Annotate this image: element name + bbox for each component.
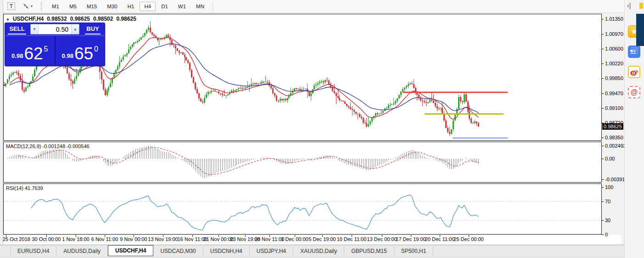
sell-price-big: 62 [24, 46, 43, 62]
timeframe-d1[interactable]: D1 [157, 2, 173, 11]
volume-decrease-button[interactable]: ▼ [31, 24, 39, 34]
rsi-axis-label: 30 [605, 218, 610, 223]
price-axis-label-tick [602, 93, 604, 94]
sell-button[interactable]: SELL [5, 24, 29, 34]
trade-panel-header: SELL ▼ ▲ BUY [5, 23, 105, 35]
mail-at-icon[interactable]: @ [628, 86, 640, 98]
ohlc-close: 0.98625 [116, 16, 136, 22]
timeframe-h1[interactable]: H1 [123, 2, 139, 11]
trade-panel-prices: 0.98 62 5 0.98 65 0 [5, 35, 105, 66]
tab-usdcnh-h4[interactable]: USDCNH,H4 [203, 247, 250, 256]
timeframe-w1[interactable]: W1 [174, 2, 190, 11]
timeframe-toolbar: M1M5M15M30H1H4D1W1MN [47, 2, 209, 11]
weibo-eye-glyph-icon [629, 67, 639, 77]
ohlc-high: 0.98625 [70, 16, 90, 22]
price-axis[interactable]: 1.013501.009701.006001.002200.998500.994… [602, 0, 624, 258]
rsi-axis-label-tick [602, 187, 604, 188]
text-tool-icon: T [7, 2, 15, 10]
price-axis-label: 1.00220 [605, 61, 623, 66]
time-axis-label: 25 Dec 00:00 [454, 236, 483, 242]
buy-price-big: 65 [74, 46, 93, 62]
sell-button-label: SELL [8, 25, 26, 34]
timeframe-m15[interactable]: M15 [82, 2, 101, 11]
price-axis-label: 0.98350 [605, 135, 623, 140]
rsi-axis-label: 70 [605, 199, 610, 204]
tab-eurusd-h4[interactable]: EURUSD,H4 [10, 247, 56, 256]
dropdown-caret-icon: ▾ [31, 4, 33, 8]
macd-indicator-pane[interactable] [3, 142, 602, 183]
one-click-trading-panel: SELL ▼ ▲ BUY 0.98 62 5 0.98 65 0 [5, 23, 105, 66]
time-axis-label: 1 Nov 18:00 [62, 236, 89, 242]
buy-price-prefix: 0.98 [62, 52, 73, 59]
news-icon[interactable] [628, 46, 640, 58]
text-label-tool-button[interactable]: T [6, 2, 17, 11]
toolbar-separator [213, 1, 213, 11]
time-axis-label: 13 Nov 19:00 [148, 236, 178, 242]
price-axis-label: 0.99100 [605, 105, 623, 111]
status-strip [0, 256, 644, 258]
rsi-label: RSI(14) 41.7639 [6, 185, 43, 191]
macd-label: MACD(12,26,9) -0.001248 -0.000546 [6, 143, 90, 149]
time-axis-label: 20 Dec 11:00 [425, 236, 455, 242]
sell-price-prefix: 0.98 [11, 52, 23, 59]
tab-usdchf-h4[interactable]: USDCHF,H4 [108, 245, 153, 256]
chart-title: ▲ USDCHF,H4 0.98532 0.98625 0.98502 0.98… [6, 16, 136, 22]
macd-axis-label: 0.002492 [605, 143, 626, 149]
time-axis-label: 5 Dec 19:00 [308, 236, 336, 242]
weibo-icon[interactable] [628, 66, 640, 78]
rsi-axis-label-tick [602, 201, 604, 202]
chart-symbol-label: USDCHF,H4 [13, 16, 44, 22]
time-axis-label: 10 Dec 11:00 [337, 236, 367, 242]
time-axis-label: 25 Oct 2018 [3, 236, 30, 242]
rsi-axis-label: 0 [605, 232, 608, 237]
volume-increase-button[interactable]: ▲ [71, 24, 79, 34]
macd-axis-label: 0.00 [605, 156, 615, 161]
timeframe-h4[interactable]: H4 [140, 2, 156, 11]
tab-audusd-daily[interactable]: AUDUSD,Daily [56, 247, 108, 256]
time-axis-label: 9 Nov 00:00 [120, 236, 147, 242]
buy-button[interactable]: BUY [81, 24, 105, 34]
time-axis-label: 1 Dec 00:00 [281, 236, 308, 242]
tab-usdcad-m30[interactable]: USDCAD,M30 [153, 247, 203, 256]
rsi-indicator-pane[interactable] [3, 183, 602, 235]
collapse-marker-icon[interactable]: ▲ [6, 17, 10, 21]
chart-tab-bar: EURUSD,H4AUDUSD,DailyUSDCHF,H4USDCAD,M30… [0, 245, 624, 256]
price-axis-label-tick [602, 19, 604, 19]
rsi-axis-label: 100 [605, 184, 613, 190]
time-axis-label: 16 Nov 11:00 [178, 236, 207, 242]
price-axis-label: 1.01350 [605, 16, 623, 22]
price-axis-label-tick [602, 49, 604, 49]
time-axis-label: 21 Nov 00:00 [203, 236, 233, 242]
tab-sp500-h1[interactable]: SP500,H1 [394, 247, 434, 256]
background-window-icon-sliver [639, 3, 643, 9]
cursor-arrows-icon [22, 3, 29, 10]
ohlc-low: 0.98502 [93, 16, 113, 22]
time-axis-label: 6 Nov 11:00 [91, 236, 118, 242]
window-left-edge [0, 0, 3, 258]
tab-gbpusd-m15[interactable]: GBPUSD,M15 [344, 247, 394, 256]
top-toolbar: T ▾ M1M5M15M30H1H4D1W1MN [3, 0, 624, 13]
buy-price[interactable]: 0.98 65 0 [56, 36, 105, 66]
timeframe-mn[interactable]: MN [191, 2, 209, 11]
timeframe-m5[interactable]: M5 [65, 2, 81, 11]
macd-axis-label-tick [602, 159, 604, 159]
sell-price[interactable]: 0.98 62 5 [5, 36, 55, 66]
timeframe-m30[interactable]: M30 [102, 2, 122, 11]
price-axis-label-tick [602, 78, 604, 79]
background-window-edge [636, 14, 644, 46]
time-axis-label: 28 Nov 11:00 [255, 236, 285, 242]
price-axis-label-tick [602, 108, 604, 109]
tab-xauusd-daily[interactable]: XAUUSD,Daily [293, 247, 344, 256]
price-axis-label: 1.00600 [605, 46, 623, 52]
volume-input[interactable] [39, 25, 71, 34]
price-axis-label: 1.00970 [605, 31, 623, 37]
price-axis-label-tick [602, 34, 604, 34]
sidebar-collapse-icon[interactable]: ‹| [627, 2, 631, 9]
timeframe-m1[interactable]: M1 [47, 2, 64, 11]
time-axis-label: 17 Dec 19:00 [396, 236, 426, 242]
price-axis-label-tick [602, 63, 604, 64]
ohlc-open: 0.98532 [47, 16, 67, 22]
tab-usdjpy-h4[interactable]: USDJPY,H4 [250, 247, 293, 256]
macd-axis-label-tick [602, 179, 604, 180]
cursor-mode-tool-button[interactable]: ▾ [21, 2, 34, 11]
